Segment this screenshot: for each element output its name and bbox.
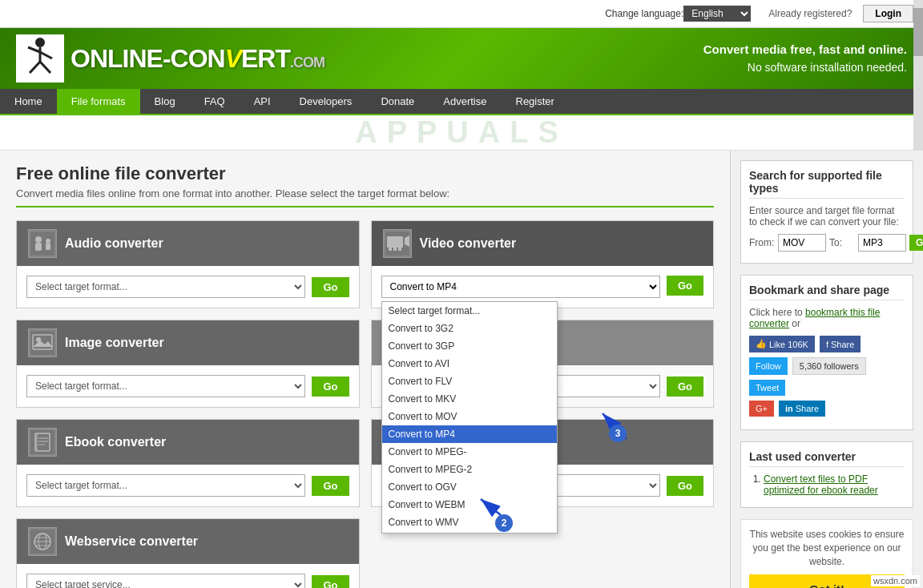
page-description: Convert media files online from one form… xyxy=(16,187,714,207)
search-section: Search for supported file types Enter so… xyxy=(740,160,913,264)
search-go-button[interactable]: Go xyxy=(909,235,923,251)
video-format-select[interactable]: Convert to MP4 xyxy=(381,276,660,298)
dropdown-item[interactable]: Convert to MPEG-2 xyxy=(382,461,557,478)
ebook-icon xyxy=(30,430,54,454)
search-to-input[interactable] xyxy=(858,234,906,252)
video-go-button[interactable]: Go xyxy=(667,276,703,296)
list-item: Convert text files to PDF optimized for … xyxy=(764,473,905,496)
watermark-bar: APPUALS xyxy=(0,115,923,151)
dropdown-item[interactable]: Select target format... xyxy=(382,302,557,320)
converter-grid: Audio converter Select target format... … xyxy=(16,220,714,588)
image-go-button[interactable]: Go xyxy=(312,377,349,397)
annotation-circle-3: 3 xyxy=(609,425,627,442)
dropdown-item[interactable]: Convert to AVI xyxy=(382,355,557,373)
dropdown-item[interactable]: Convert to 3GP xyxy=(382,337,557,355)
svg-point-10 xyxy=(46,239,50,244)
nav-api[interactable]: API xyxy=(240,89,285,114)
ebook-go-button[interactable]: Go xyxy=(312,476,349,496)
svg-line-3 xyxy=(28,47,40,52)
dropdown-item[interactable]: Convert to WEBM xyxy=(382,496,557,513)
language-select[interactable]: English xyxy=(683,6,751,22)
svg-rect-17 xyxy=(398,248,401,251)
image-converter-icon xyxy=(28,328,57,357)
change-language-label: Change language: xyxy=(605,8,683,19)
nav-faq[interactable]: FAQ xyxy=(190,89,240,114)
dropdown-item-mov[interactable]: Convert to MOV xyxy=(382,408,557,425)
video-select-area: Convert to MP4 Select target format... C… xyxy=(372,266,714,308)
last-used-title: Last used converter xyxy=(749,450,905,467)
sidebar: Search for supported file types Enter so… xyxy=(731,151,923,588)
search-from-input[interactable] xyxy=(778,234,826,252)
image-converter-body: Select target format... Go xyxy=(17,365,359,407)
fb-icon: 👍 xyxy=(756,339,767,349)
audio-go-button[interactable]: Go xyxy=(312,277,349,297)
nav-register[interactable]: Register xyxy=(502,89,569,114)
dropdown-item[interactable]: Convert to FLV xyxy=(382,373,557,390)
search-from-label: From: xyxy=(749,237,775,248)
dropdown-item[interactable]: Convert video for Android xyxy=(382,531,557,534)
video-converter-icon xyxy=(383,229,412,258)
last-used-item-1[interactable]: Convert text files to PDF optimized for … xyxy=(764,473,878,496)
twitter-followers: 5,360 followers xyxy=(792,357,866,375)
video-format-dropdown[interactable]: Select target format... Convert to 3G2 C… xyxy=(381,301,558,534)
search-to-label: To: xyxy=(829,237,855,248)
video-select-wrapper: Convert to MP4 Select target format... C… xyxy=(381,276,660,298)
facebook-like-button[interactable]: 👍 Like 106K xyxy=(749,336,815,352)
dropdown-item[interactable]: Convert to 3G2 xyxy=(382,320,557,337)
bookmark-section-title: Bookmark and share page xyxy=(749,284,905,300)
audio-format-select[interactable]: Select target format... xyxy=(26,276,305,298)
audio-converter-title: Audio converter xyxy=(65,236,163,251)
svg-rect-15 xyxy=(389,248,392,251)
webservice-service-select[interactable]: Select target service... xyxy=(26,574,305,588)
twitter-follow-button[interactable]: Follow xyxy=(749,357,788,375)
login-button[interactable]: Login xyxy=(863,5,913,22)
hash-go-button[interactable]: Go xyxy=(667,476,703,496)
nav-developers[interactable]: Developers xyxy=(285,89,367,114)
annotation-circle-2: 2 xyxy=(495,514,513,532)
audio-converter-card: Audio converter Select target format... … xyxy=(16,220,360,308)
nav-donate[interactable]: Donate xyxy=(366,89,429,114)
main-nav: Home File formats Blog FAQ API Developer… xyxy=(0,89,923,115)
nav-home[interactable]: Home xyxy=(0,89,57,114)
dropdown-item-mp4[interactable]: Convert to MP4 xyxy=(382,425,557,443)
svg-rect-7 xyxy=(30,232,54,256)
cookie-notice-text: This website uses cookies to ensure you … xyxy=(750,529,905,567)
svg-rect-13 xyxy=(387,236,403,248)
webservice-go-button[interactable]: Go xyxy=(312,575,349,589)
webservice-converter-header: Webservice converter xyxy=(17,519,359,564)
svg-rect-16 xyxy=(393,248,397,251)
dropdown-item[interactable]: Convert to OGV xyxy=(382,478,557,496)
nav-advertise[interactable]: Advertise xyxy=(429,89,501,114)
last-used-list: Convert text files to PDF optimized for … xyxy=(749,473,905,496)
audio-icon xyxy=(30,232,54,256)
search-section-desc: Enter source and target file format to c… xyxy=(749,205,905,228)
dropdown-item[interactable]: Convert to WMV xyxy=(382,513,557,531)
video-converter-card: Video converter Convert to MP4 Select ta… xyxy=(371,220,715,308)
facebook-share-button[interactable]: f Share xyxy=(820,336,861,352)
bookmark-link[interactable]: bookmark this file converter xyxy=(749,307,880,329)
video-converter-title: Video converter xyxy=(420,236,517,251)
li-share-label: Share xyxy=(796,404,819,413)
webservice-converter-icon xyxy=(28,527,57,556)
webservice-icon xyxy=(30,530,54,554)
dropdown-item[interactable]: Convert to MPEG- xyxy=(382,443,557,461)
gplus-button[interactable]: G+ xyxy=(749,401,774,417)
svg-rect-9 xyxy=(35,243,42,251)
ebook-format-select[interactable]: Select target format... xyxy=(26,474,305,497)
video-bottom-go-button[interactable]: Go xyxy=(667,377,703,397)
image-format-select[interactable]: Select target format... xyxy=(26,375,305,397)
nav-blog[interactable]: Blog xyxy=(140,89,190,114)
linkedin-share-button[interactable]: in Share xyxy=(779,401,825,417)
svg-rect-11 xyxy=(46,244,50,250)
li-icon: in xyxy=(785,404,793,413)
fb-like-label: Like 106K xyxy=(769,340,808,349)
twitter-tweet-button[interactable]: Tweet xyxy=(749,380,785,396)
svg-rect-24 xyxy=(35,433,38,451)
dropdown-item[interactable]: Convert to MKV xyxy=(382,390,557,408)
audio-converter-header: Audio converter xyxy=(17,221,359,266)
nav-file-formats[interactable]: File formats xyxy=(57,89,140,114)
already-registered-text: Already registered? xyxy=(768,8,852,19)
fb-share-icon: f xyxy=(826,340,828,349)
webservice-converter-card: Webservice converter Select target servi… xyxy=(16,518,360,588)
svg-point-1 xyxy=(35,38,45,47)
